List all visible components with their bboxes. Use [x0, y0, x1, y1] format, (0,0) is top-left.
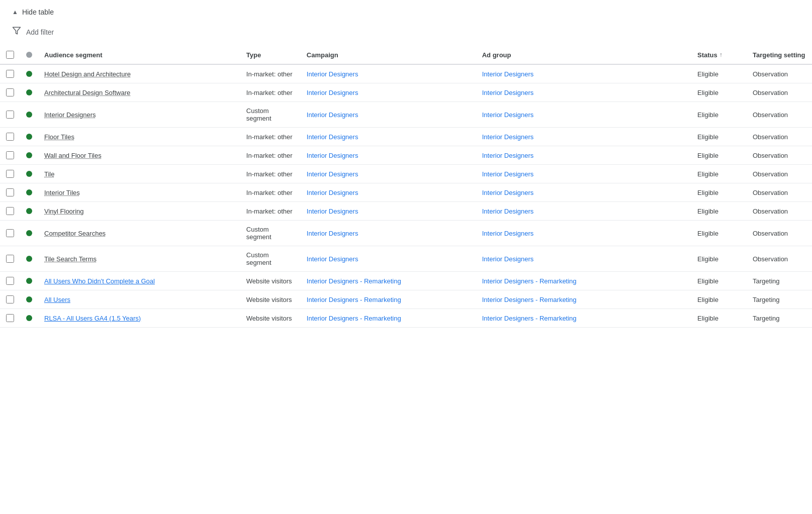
row-campaign[interactable]: Interior Designers — [301, 202, 476, 221]
targeting-text: Observation — [753, 111, 788, 119]
audience-name-text[interactable]: All Users Who Didn't Complete a Goal — [44, 277, 155, 285]
row-campaign[interactable]: Interior Designers — [301, 102, 476, 128]
row-checkbox[interactable] — [6, 207, 14, 215]
table-row: Interior TilesIn-market: otherInterior D… — [0, 183, 812, 202]
campaign-link[interactable]: Interior Designers - Remarketing — [307, 315, 401, 322]
adgroup-link[interactable]: Interior Designers — [482, 152, 534, 159]
row-type: In-market: other — [240, 202, 301, 221]
hide-table-button[interactable]: ▲ Hide table — [0, 0, 812, 20]
row-checkbox[interactable] — [6, 229, 14, 237]
targeting-text: Observation — [753, 133, 788, 141]
campaign-link[interactable]: Interior Designers — [307, 70, 358, 78]
row-adgroup[interactable]: Interior Designers - Remarketing — [476, 272, 691, 290]
row-adgroup[interactable]: Interior Designers - Remarketing — [476, 290, 691, 309]
row-checkbox-cell[interactable] — [0, 183, 20, 202]
adgroup-link[interactable]: Interior Designers - Remarketing — [482, 315, 577, 322]
row-adgroup[interactable]: Interior Designers — [476, 221, 691, 246]
adgroup-link[interactable]: Interior Designers — [482, 208, 534, 215]
row-checkbox[interactable] — [6, 111, 14, 119]
row-checkbox[interactable] — [6, 70, 14, 78]
row-adgroup[interactable]: Interior Designers — [476, 102, 691, 128]
row-checkbox-cell[interactable] — [0, 128, 20, 146]
row-checkbox[interactable] — [6, 277, 14, 285]
campaign-link[interactable]: Interior Designers — [307, 152, 358, 159]
campaign-link[interactable]: Interior Designers — [307, 255, 358, 263]
row-campaign[interactable]: Interior Designers — [301, 246, 476, 272]
row-adgroup[interactable]: Interior Designers — [476, 165, 691, 183]
row-checkbox-cell[interactable] — [0, 221, 20, 246]
row-status-dot-cell — [20, 183, 38, 202]
campaign-link[interactable]: Interior Designers — [307, 230, 358, 237]
row-campaign[interactable]: Interior Designers — [301, 83, 476, 102]
campaign-link[interactable]: Interior Designers — [307, 208, 358, 215]
adgroup-link[interactable]: Interior Designers — [482, 89, 534, 96]
campaign-link[interactable]: Interior Designers - Remarketing — [307, 277, 401, 285]
row-adgroup[interactable]: Interior Designers — [476, 183, 691, 202]
campaign-link[interactable]: Interior Designers — [307, 89, 358, 96]
row-checkbox[interactable] — [6, 255, 14, 263]
adgroup-link[interactable]: Interior Designers — [482, 189, 534, 196]
campaign-link[interactable]: Interior Designers - Remarketing — [307, 296, 401, 303]
row-checkbox-cell[interactable] — [0, 202, 20, 221]
row-audience-name: Interior Tiles — [38, 183, 240, 202]
row-audience-name[interactable]: All Users — [38, 290, 240, 309]
audience-name-text[interactable]: RLSA - All Users GA4 (1.5 Years) — [44, 315, 141, 322]
adgroup-link[interactable]: Interior Designers — [482, 255, 534, 263]
row-campaign[interactable]: Interior Designers — [301, 64, 476, 83]
row-campaign[interactable]: Interior Designers - Remarketing — [301, 272, 476, 290]
adgroup-link[interactable]: Interior Designers — [482, 230, 534, 237]
row-checkbox-cell[interactable] — [0, 165, 20, 183]
campaign-link[interactable]: Interior Designers — [307, 111, 358, 119]
campaign-link[interactable]: Interior Designers — [307, 189, 358, 196]
row-checkbox[interactable] — [6, 88, 14, 96]
row-checkbox-cell[interactable] — [0, 246, 20, 272]
row-campaign[interactable]: Interior Designers — [301, 146, 476, 165]
row-status: Eligible — [691, 128, 747, 146]
row-adgroup[interactable]: Interior Designers — [476, 246, 691, 272]
campaign-link[interactable]: Interior Designers — [307, 170, 358, 178]
row-campaign[interactable]: Interior Designers — [301, 128, 476, 146]
row-campaign[interactable]: Interior Designers — [301, 221, 476, 246]
row-campaign[interactable]: Interior Designers — [301, 165, 476, 183]
row-adgroup[interactable]: Interior Designers — [476, 146, 691, 165]
targeting-text: Targeting — [753, 296, 779, 303]
row-adgroup[interactable]: Interior Designers - Remarketing — [476, 309, 691, 328]
row-checkbox-cell[interactable] — [0, 309, 20, 328]
row-campaign[interactable]: Interior Designers - Remarketing — [301, 309, 476, 328]
row-checkbox[interactable] — [6, 133, 14, 141]
type-text: Custom segment — [246, 251, 272, 266]
select-all-checkbox[interactable] — [6, 51, 14, 59]
row-checkbox[interactable] — [6, 170, 14, 178]
row-checkbox-cell[interactable] — [0, 272, 20, 290]
row-adgroup[interactable]: Interior Designers — [476, 128, 691, 146]
row-checkbox[interactable] — [6, 151, 14, 159]
campaign-link[interactable]: Interior Designers — [307, 133, 358, 141]
adgroup-link[interactable]: Interior Designers - Remarketing — [482, 277, 577, 285]
row-checkbox-cell[interactable] — [0, 290, 20, 309]
adgroup-link[interactable]: Interior Designers - Remarketing — [482, 296, 577, 303]
header-checkbox-cell[interactable] — [0, 46, 20, 64]
row-audience-name[interactable]: RLSA - All Users GA4 (1.5 Years) — [38, 309, 240, 328]
table-header-row: Audience segment Type Campaign Ad group … — [0, 46, 812, 64]
row-checkbox[interactable] — [6, 188, 14, 196]
adgroup-link[interactable]: Interior Designers — [482, 133, 534, 141]
row-type: Website visitors — [240, 272, 301, 290]
row-adgroup[interactable]: Interior Designers — [476, 64, 691, 83]
row-checkbox-cell[interactable] — [0, 146, 20, 165]
header-status[interactable]: Status ↑ — [691, 46, 747, 64]
row-adgroup[interactable]: Interior Designers — [476, 83, 691, 102]
audience-name-text[interactable]: All Users — [44, 296, 70, 303]
row-checkbox-cell[interactable] — [0, 64, 20, 83]
add-filter-label[interactable]: Add filter — [26, 28, 54, 36]
row-adgroup[interactable]: Interior Designers — [476, 202, 691, 221]
row-audience-name[interactable]: All Users Who Didn't Complete a Goal — [38, 272, 240, 290]
adgroup-link[interactable]: Interior Designers — [482, 70, 534, 78]
row-campaign[interactable]: Interior Designers — [301, 183, 476, 202]
adgroup-link[interactable]: Interior Designers — [482, 111, 534, 119]
row-checkbox[interactable] — [6, 295, 14, 303]
adgroup-link[interactable]: Interior Designers — [482, 170, 534, 178]
row-checkbox-cell[interactable] — [0, 83, 20, 102]
row-checkbox-cell[interactable] — [0, 102, 20, 128]
row-checkbox[interactable] — [6, 314, 14, 322]
row-campaign[interactable]: Interior Designers - Remarketing — [301, 290, 476, 309]
